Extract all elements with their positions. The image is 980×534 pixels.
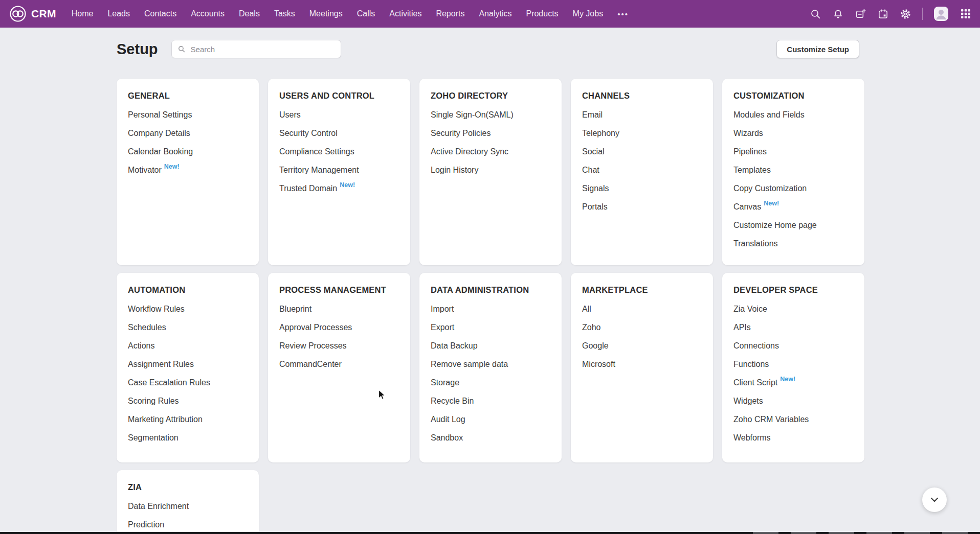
- add-note-icon[interactable]: [855, 8, 866, 20]
- setup-link-storage[interactable]: Storage: [431, 378, 459, 387]
- settings-gear-icon[interactable]: [900, 8, 911, 20]
- setup-link-translations[interactable]: Translations: [733, 239, 778, 248]
- nav-item-calls[interactable]: Calls: [357, 9, 375, 18]
- list-item: CommandCenter: [279, 355, 399, 374]
- setup-link-pipelines[interactable]: Pipelines: [733, 147, 767, 156]
- nav-item-products[interactable]: Products: [526, 9, 558, 18]
- card-item-list: BlueprintApproval ProcessesReview Proces…: [279, 300, 399, 374]
- nav-item-activities[interactable]: Activities: [389, 9, 421, 18]
- customize-setup-button[interactable]: Customize Setup: [776, 40, 859, 58]
- setup-link-functions[interactable]: Functions: [733, 360, 769, 369]
- setup-link-chat[interactable]: Chat: [582, 166, 599, 175]
- setup-link-sandbox[interactable]: Sandbox: [431, 433, 463, 443]
- setup-link-webforms[interactable]: Webforms: [733, 433, 771, 443]
- nav-item-deals[interactable]: Deals: [239, 9, 260, 18]
- list-item: Assignment Rules: [128, 355, 248, 374]
- nav-item-meetings[interactable]: Meetings: [309, 9, 343, 18]
- setup-link-apis[interactable]: APIs: [733, 323, 751, 332]
- setup-link-all[interactable]: All: [582, 305, 591, 314]
- setup-link-calendar-booking[interactable]: Calendar Booking: [128, 147, 193, 156]
- setup-link-export[interactable]: Export: [431, 323, 454, 332]
- setup-link-territory-management[interactable]: Territory Management: [279, 166, 359, 175]
- search-icon[interactable]: [810, 8, 821, 20]
- setup-link-schedules[interactable]: Schedules: [128, 323, 166, 332]
- card-title: ZIA: [128, 482, 248, 492]
- setup-link-social[interactable]: Social: [582, 147, 605, 156]
- setup-link-wizards[interactable]: Wizards: [733, 129, 763, 138]
- setup-link-portals[interactable]: Portals: [582, 202, 608, 212]
- setup-link-zia-voice[interactable]: Zia Voice: [733, 305, 767, 314]
- setup-link-microsoft[interactable]: Microsoft: [582, 360, 615, 369]
- nav-item-tasks[interactable]: Tasks: [274, 9, 295, 18]
- nav-item-reports[interactable]: Reports: [436, 9, 464, 18]
- nav-more-button[interactable]: •••: [617, 10, 629, 18]
- apps-grid-icon[interactable]: [960, 8, 972, 20]
- setup-link-google[interactable]: Google: [582, 341, 609, 351]
- nav-item-contacts[interactable]: Contacts: [144, 9, 176, 18]
- setup-link-data-backup[interactable]: Data Backup: [431, 341, 478, 351]
- list-item: Portals: [582, 198, 702, 216]
- scroll-down-button[interactable]: [922, 487, 947, 512]
- setup-link-prediction[interactable]: Prediction: [128, 520, 164, 529]
- setup-link-audit-log[interactable]: Audit Log: [431, 415, 465, 424]
- setup-link-blueprint[interactable]: Blueprint: [279, 305, 311, 314]
- setup-link-import[interactable]: Import: [431, 305, 454, 314]
- setup-link-recycle-bin[interactable]: Recycle Bin: [431, 397, 474, 406]
- setup-link-workflow-rules[interactable]: Workflow Rules: [128, 305, 185, 314]
- setup-search-box[interactable]: [171, 40, 341, 58]
- setup-link-data-enrichment[interactable]: Data Enrichment: [128, 502, 189, 511]
- setup-link-copy-customization[interactable]: Copy Customization: [733, 184, 807, 193]
- setup-link-actions[interactable]: Actions: [128, 341, 154, 351]
- setup-link-approval-processes[interactable]: Approval Processes: [279, 323, 352, 332]
- setup-link-canvas[interactable]: Canvas: [733, 202, 761, 212]
- list-item: Recycle Bin: [431, 392, 550, 410]
- setup-link-case-escalation-rules[interactable]: Case Escalation Rules: [128, 378, 210, 387]
- setup-link-login-history[interactable]: Login History: [431, 166, 478, 175]
- setup-link-security-policies[interactable]: Security Policies: [431, 129, 491, 138]
- setup-link-remove-sample-data[interactable]: Remove sample data: [431, 360, 508, 369]
- setup-link-security-control[interactable]: Security Control: [279, 129, 338, 138]
- setup-link-personal-settings[interactable]: Personal Settings: [128, 110, 192, 120]
- setup-link-widgets[interactable]: Widgets: [733, 397, 763, 406]
- list-item: Webforms: [733, 429, 853, 447]
- setup-link-active-directory-sync[interactable]: Active Directory Sync: [431, 147, 508, 156]
- setup-link-company-details[interactable]: Company Details: [128, 129, 190, 138]
- list-item: Schedules: [128, 318, 248, 337]
- setup-link-zoho-crm-variables[interactable]: Zoho CRM Variables: [733, 415, 809, 424]
- setup-link-signals[interactable]: Signals: [582, 184, 609, 193]
- user-avatar[interactable]: [933, 6, 949, 21]
- setup-link-scoring-rules[interactable]: Scoring Rules: [128, 397, 179, 406]
- calendar-icon[interactable]: [877, 8, 889, 20]
- setup-card-channels: CHANNELSEmailTelephonySocialChatSignalsP…: [571, 79, 713, 265]
- setup-link-commandcenter[interactable]: CommandCenter: [279, 360, 342, 369]
- card-item-list: Data EnrichmentPrediction: [128, 497, 248, 534]
- setup-link-templates[interactable]: Templates: [733, 166, 771, 175]
- nav-item-my-jobs[interactable]: My Jobs: [573, 9, 604, 18]
- search-input[interactable]: [190, 44, 335, 54]
- setup-link-segmentation[interactable]: Segmentation: [128, 433, 179, 443]
- nav-item-accounts[interactable]: Accounts: [191, 9, 225, 18]
- setup-link-connections[interactable]: Connections: [733, 341, 779, 351]
- setup-link-users[interactable]: Users: [279, 110, 301, 120]
- setup-card-developer-space: DEVELOPER SPACEZia VoiceAPIsConnectionsF…: [722, 273, 864, 462]
- setup-link-client-script[interactable]: Client Script: [733, 378, 777, 387]
- nav-item-analytics[interactable]: Analytics: [479, 9, 511, 18]
- brand[interactable]: CRM: [9, 5, 56, 22]
- setup-link-trusted-domain[interactable]: Trusted Domain: [279, 184, 337, 193]
- setup-link-compliance-settings[interactable]: Compliance Settings: [279, 147, 354, 156]
- setup-link-motivator[interactable]: Motivator: [128, 166, 162, 175]
- setup-link-email[interactable]: Email: [582, 110, 603, 120]
- setup-link-assignment-rules[interactable]: Assignment Rules: [128, 360, 194, 369]
- setup-link-marketing-attribution[interactable]: Marketing Attribution: [128, 415, 203, 424]
- nav-item-home[interactable]: Home: [72, 9, 94, 18]
- nav-item-leads[interactable]: Leads: [107, 9, 130, 18]
- list-item: Compliance Settings: [279, 143, 399, 161]
- setup-link-modules-and-fields[interactable]: Modules and Fields: [733, 110, 805, 120]
- setup-link-telephony[interactable]: Telephony: [582, 129, 619, 138]
- notifications-bell-icon[interactable]: [832, 8, 844, 20]
- setup-link-customize-home-page[interactable]: Customize Home page: [733, 221, 817, 230]
- setup-link-review-processes[interactable]: Review Processes: [279, 341, 347, 351]
- setup-link-zoho[interactable]: Zoho: [582, 323, 600, 332]
- setup-link-single-sign-on-saml[interactable]: Single Sign-On(SAML): [431, 110, 514, 120]
- list-item: CanvasNew!: [733, 198, 853, 216]
